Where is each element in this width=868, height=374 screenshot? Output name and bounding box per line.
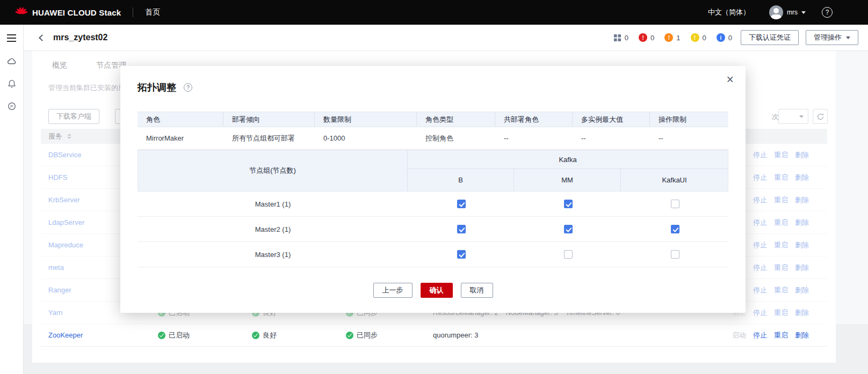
page-header: mrs_zytest02 0 0 1 0 0 (24, 25, 868, 51)
counter-value: 0 (625, 34, 628, 42)
minor-alarm-icon (691, 33, 699, 42)
info-alarm-icon (717, 33, 725, 42)
language-selector[interactable]: 中文（简体） (708, 8, 750, 17)
manage-operations-button[interactable]: 管理操作 (806, 30, 858, 45)
service-link[interactable]: ZooKeeper (48, 324, 83, 346)
column-header: 部署倾向 (223, 112, 315, 127)
role-checkbox[interactable] (457, 250, 466, 259)
alarm-counters: 0 0 1 0 0 (613, 33, 732, 42)
counter-value: 0 (728, 34, 732, 42)
topbar: HUAWEI CLOUD Stack 首页 中文（简体） mrs ? (0, 0, 868, 25)
topology-table-header: 节点组(节点数) Kafka B MM KafkaUI (138, 150, 728, 192)
chevron-down-icon (801, 11, 806, 14)
counter-value: 0 (650, 34, 654, 42)
role-checkbox[interactable] (457, 225, 466, 233)
major-alarm-counter[interactable]: 1 (664, 33, 680, 42)
column-header: 角色类型 (417, 112, 495, 127)
quantity-limit: 0-1000 (315, 127, 417, 149)
service-columns: Kafka B MM KafkaUI (408, 150, 728, 191)
table-row: ZooKeeper 已启动 良好 已同步 quorumpeer: 3 启动 停止 (41, 324, 827, 347)
previous-step-button[interactable]: 上一步 (373, 283, 413, 298)
download-credential-button[interactable]: 下载认证凭证 (741, 30, 799, 45)
role-info-table: 角色 部署倾向 数量限制 角色类型 共部署角色 多实例最大值 操作限制 Mirr… (138, 112, 728, 150)
avatar (769, 5, 783, 19)
username: mrs (787, 9, 798, 16)
node-group-name: Master3 (1) (138, 242, 408, 267)
role-subheaders: B MM KafkaUI (408, 169, 728, 191)
info-alarm-counter[interactable]: 0 (717, 33, 732, 42)
topology-table: 节点组(节点数) Kafka B MM KafkaUI Master1 (1) … (138, 150, 728, 267)
role-checkbox[interactable] (457, 200, 466, 208)
svg-text:P: P (10, 104, 13, 109)
close-icon[interactable]: × (725, 71, 736, 88)
left-rail: P (0, 25, 24, 374)
topology-adjust-dialog: 拓扑调整 ? × 角色 部署倾向 数量限制 角色类型 共部署角色 多实例最大值 … (120, 66, 746, 313)
operation-limit: -- (650, 127, 728, 149)
cancel-button[interactable]: 取消 (461, 283, 493, 298)
manage-operations-label: 管理操作 (814, 33, 842, 42)
role-checkbox[interactable] (564, 225, 573, 233)
topology-row: Master2 (1) (138, 217, 728, 242)
row-actions: 启动 停止 重启 删除 (732, 324, 809, 346)
stop-action[interactable]: 停止 (753, 331, 767, 340)
counter-value: 1 (676, 34, 680, 42)
node-group-name: Master1 (1) (138, 192, 408, 216)
brand: HUAWEI CLOUD Stack (15, 6, 121, 19)
health-cell: 良好 (252, 324, 277, 346)
start-action[interactable]: 启动 (732, 331, 746, 340)
menu-icon[interactable] (5, 32, 18, 44)
column-header: 操作限制 (650, 112, 728, 127)
role-detail-cell: quorumpeer: 3 (433, 324, 479, 346)
home-link[interactable]: 首页 (145, 8, 160, 17)
feedback-message-icon[interactable]: P (6, 101, 17, 112)
role-table-header: 角色 部署倾向 数量限制 角色类型 共部署角色 多实例最大值 操作限制 (138, 112, 728, 127)
success-icon (158, 332, 165, 339)
role-type: 控制角色 (417, 127, 495, 149)
help-glyph: ? (826, 9, 829, 16)
screen: HUAWEI CLOUD Stack 首页 中文（简体） mrs ? P mrs… (0, 0, 868, 374)
role-name: MirrorMaker (138, 127, 223, 149)
role-checkbox[interactable] (671, 250, 679, 259)
major-alarm-icon (664, 33, 673, 42)
role-table-row: MirrorMaker 所有节点组都可部署 0-1000 控制角色 -- -- … (138, 127, 728, 150)
node-group-name: Master2 (1) (138, 217, 408, 241)
counter-value: 0 (703, 34, 706, 42)
health-text: 良好 (263, 331, 277, 340)
role-header-b: B (408, 169, 514, 191)
dashboard-grid-icon (613, 34, 621, 42)
events-counter[interactable]: 0 (613, 34, 628, 42)
brand-title: HUAWEI CLOUD Stack (32, 8, 121, 17)
delete-action[interactable]: 删除 (795, 331, 809, 340)
role-checkbox[interactable] (564, 200, 573, 208)
confirm-button[interactable]: 确认 (421, 283, 453, 298)
divider (133, 8, 133, 17)
role-checkbox[interactable] (671, 225, 679, 233)
cluster-title: mrs_zytest02 (53, 33, 107, 42)
service-header: Kafka (408, 150, 728, 169)
role-checkbox[interactable] (564, 250, 573, 259)
success-icon (252, 332, 259, 339)
help-icon[interactable]: ? (822, 7, 833, 18)
status-cell: 已启动 (158, 324, 190, 346)
config-sync-cell: 已同步 (346, 324, 378, 346)
critical-alarm-counter[interactable]: 0 (639, 33, 654, 42)
column-header: 多实例最大值 (573, 112, 650, 127)
huawei-logo-icon (15, 6, 28, 19)
role-header-kafkaui: KafkaUI (621, 169, 728, 191)
column-header: 共部署角色 (495, 112, 573, 127)
status-text: 已启动 (169, 331, 190, 340)
topology-row: Master3 (1) (138, 242, 728, 267)
max-instances: -- (573, 127, 650, 149)
dialog-title-row: 拓扑调整 ? (138, 81, 192, 94)
restart-action[interactable]: 重启 (774, 331, 788, 340)
console-cloud-icon[interactable] (6, 56, 17, 67)
back-icon[interactable] (39, 34, 46, 41)
dialog-footer: 上一步 确认 取消 (120, 283, 746, 298)
role-checkbox[interactable] (671, 200, 679, 208)
deploy-preference: 所有节点组都可部署 (223, 127, 315, 149)
user-menu[interactable]: mrs (769, 5, 806, 19)
minor-alarm-counter[interactable]: 0 (691, 33, 706, 42)
question-help-icon[interactable]: ? (184, 83, 192, 92)
alarm-bell-icon[interactable] (6, 78, 17, 89)
sync-text: 已同步 (357, 331, 378, 340)
